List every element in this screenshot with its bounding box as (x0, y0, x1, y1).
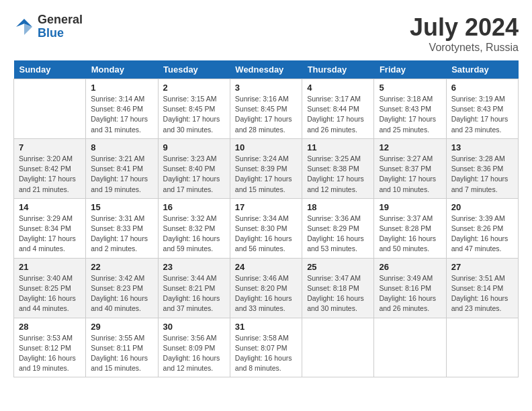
day-info: Sunrise: 3:53 AM Sunset: 8:12 PM Dayligh… (19, 333, 81, 374)
calendar-cell: 3Sunrise: 3:16 AM Sunset: 8:45 PM Daylig… (230, 79, 302, 139)
day-number: 5 (379, 83, 441, 93)
calendar-cell: 28Sunrise: 3:53 AM Sunset: 8:12 PM Dayli… (14, 318, 86, 377)
logo: General Blue (13, 13, 83, 40)
day-info: Sunrise: 3:15 AM Sunset: 8:45 PM Dayligh… (163, 94, 225, 135)
day-number: 23 (163, 262, 225, 272)
day-info: Sunrise: 3:40 AM Sunset: 8:25 PM Dayligh… (19, 273, 81, 314)
day-number: 4 (307, 83, 369, 93)
calendar-header: Sunday Monday Tuesday Wednesday Thursday… (14, 60, 519, 79)
day-number: 21 (19, 262, 81, 272)
calendar-cell (14, 79, 86, 139)
calendar-cell: 9Sunrise: 3:23 AM Sunset: 8:40 PM Daylig… (158, 138, 230, 198)
calendar-cell (302, 318, 374, 377)
day-info: Sunrise: 3:14 AM Sunset: 8:46 PM Dayligh… (91, 94, 152, 135)
day-info: Sunrise: 3:46 AM Sunset: 8:20 PM Dayligh… (235, 273, 297, 314)
title-block: July 2024 Vorotynets, Russia (410, 13, 519, 54)
day-info: Sunrise: 3:51 AM Sunset: 8:14 PM Dayligh… (451, 273, 513, 314)
day-info: Sunrise: 3:17 AM Sunset: 8:44 PM Dayligh… (307, 94, 369, 135)
calendar-cell: 13Sunrise: 3:28 AM Sunset: 8:36 PM Dayli… (446, 138, 518, 198)
calendar-cell: 18Sunrise: 3:36 AM Sunset: 8:29 PM Dayli… (302, 198, 374, 258)
calendar-cell: 15Sunrise: 3:31 AM Sunset: 8:33 PM Dayli… (86, 198, 158, 258)
day-number: 12 (379, 142, 441, 152)
day-number: 9 (163, 142, 225, 152)
month-title: July 2024 (410, 13, 519, 42)
calendar-cell: 7Sunrise: 3:20 AM Sunset: 8:42 PM Daylig… (14, 138, 86, 198)
location: Vorotynets, Russia (410, 42, 519, 54)
calendar-cell: 17Sunrise: 3:34 AM Sunset: 8:30 PM Dayli… (230, 198, 302, 258)
logo-text: General Blue (38, 13, 83, 40)
day-info: Sunrise: 3:29 AM Sunset: 8:34 PM Dayligh… (19, 214, 81, 255)
day-number: 11 (307, 142, 369, 152)
day-number: 13 (451, 142, 513, 152)
day-info: Sunrise: 3:55 AM Sunset: 8:11 PM Dayligh… (91, 333, 152, 374)
day-number: 7 (19, 142, 81, 152)
day-info: Sunrise: 3:47 AM Sunset: 8:18 PM Dayligh… (307, 273, 369, 314)
col-wednesday: Wednesday (230, 60, 302, 79)
calendar-cell: 16Sunrise: 3:32 AM Sunset: 8:32 PM Dayli… (158, 198, 230, 258)
day-info: Sunrise: 3:58 AM Sunset: 8:07 PM Dayligh… (235, 333, 297, 374)
day-number: 22 (91, 262, 152, 272)
day-info: Sunrise: 3:39 AM Sunset: 8:26 PM Dayligh… (451, 214, 513, 255)
calendar-cell: 31Sunrise: 3:58 AM Sunset: 8:07 PM Dayli… (230, 318, 302, 377)
day-number: 1 (91, 83, 152, 93)
calendar-cell: 5Sunrise: 3:18 AM Sunset: 8:43 PM Daylig… (374, 79, 446, 139)
day-info: Sunrise: 3:18 AM Sunset: 8:43 PM Dayligh… (379, 94, 441, 135)
calendar-cell: 24Sunrise: 3:46 AM Sunset: 8:20 PM Dayli… (230, 258, 302, 318)
day-number: 17 (235, 202, 297, 212)
day-info: Sunrise: 3:49 AM Sunset: 8:16 PM Dayligh… (379, 273, 441, 314)
col-sunday: Sunday (14, 60, 86, 79)
calendar-cell: 30Sunrise: 3:56 AM Sunset: 8:09 PM Dayli… (158, 318, 230, 377)
calendar-week-3: 14Sunrise: 3:29 AM Sunset: 8:34 PM Dayli… (14, 198, 519, 258)
day-number: 18 (307, 202, 369, 212)
calendar-cell: 26Sunrise: 3:49 AM Sunset: 8:16 PM Dayli… (374, 258, 446, 318)
day-number: 20 (451, 202, 513, 212)
page-header: General Blue July 2024 Vorotynets, Russi… (13, 13, 519, 54)
day-info: Sunrise: 3:20 AM Sunset: 8:42 PM Dayligh… (19, 154, 81, 195)
day-info: Sunrise: 3:37 AM Sunset: 8:28 PM Dayligh… (379, 214, 441, 255)
calendar-cell: 25Sunrise: 3:47 AM Sunset: 8:18 PM Dayli… (302, 258, 374, 318)
calendar-cell: 8Sunrise: 3:21 AM Sunset: 8:41 PM Daylig… (86, 138, 158, 198)
day-number: 29 (91, 322, 152, 332)
calendar-cell: 6Sunrise: 3:19 AM Sunset: 8:43 PM Daylig… (446, 79, 518, 139)
day-number: 14 (19, 202, 81, 212)
day-number: 28 (19, 322, 81, 332)
day-number: 19 (379, 202, 441, 212)
day-number: 30 (163, 322, 225, 332)
day-info: Sunrise: 3:42 AM Sunset: 8:23 PM Dayligh… (91, 273, 152, 314)
day-number: 31 (235, 322, 297, 332)
day-number: 24 (235, 262, 297, 272)
day-number: 10 (235, 142, 297, 152)
calendar-cell: 27Sunrise: 3:51 AM Sunset: 8:14 PM Dayli… (446, 258, 518, 318)
calendar-body: 1Sunrise: 3:14 AM Sunset: 8:46 PM Daylig… (14, 79, 519, 377)
day-info: Sunrise: 3:24 AM Sunset: 8:39 PM Dayligh… (235, 154, 297, 195)
col-tuesday: Tuesday (158, 60, 230, 79)
col-monday: Monday (86, 60, 158, 79)
calendar-cell: 1Sunrise: 3:14 AM Sunset: 8:46 PM Daylig… (86, 79, 158, 139)
svg-marker-1 (24, 24, 32, 35)
calendar-cell (374, 318, 446, 377)
calendar-week-1: 1Sunrise: 3:14 AM Sunset: 8:46 PM Daylig… (14, 79, 519, 139)
col-friday: Friday (374, 60, 446, 79)
day-info: Sunrise: 3:25 AM Sunset: 8:38 PM Dayligh… (307, 154, 369, 195)
calendar-cell: 11Sunrise: 3:25 AM Sunset: 8:38 PM Dayli… (302, 138, 374, 198)
day-number: 3 (235, 83, 297, 93)
day-info: Sunrise: 3:16 AM Sunset: 8:45 PM Dayligh… (235, 94, 297, 135)
day-number: 26 (379, 262, 441, 272)
calendar-cell: 10Sunrise: 3:24 AM Sunset: 8:39 PM Dayli… (230, 138, 302, 198)
day-info: Sunrise: 3:31 AM Sunset: 8:33 PM Dayligh… (91, 214, 152, 255)
day-info: Sunrise: 3:28 AM Sunset: 8:36 PM Dayligh… (451, 154, 513, 195)
calendar-week-5: 28Sunrise: 3:53 AM Sunset: 8:12 PM Dayli… (14, 318, 519, 377)
calendar-cell: 21Sunrise: 3:40 AM Sunset: 8:25 PM Dayli… (14, 258, 86, 318)
day-info: Sunrise: 3:27 AM Sunset: 8:37 PM Dayligh… (379, 154, 441, 195)
calendar-cell (446, 318, 518, 377)
calendar-cell: 22Sunrise: 3:42 AM Sunset: 8:23 PM Dayli… (86, 258, 158, 318)
calendar-week-4: 21Sunrise: 3:40 AM Sunset: 8:25 PM Dayli… (14, 258, 519, 318)
day-info: Sunrise: 3:21 AM Sunset: 8:41 PM Dayligh… (91, 154, 152, 195)
day-number: 8 (91, 142, 152, 152)
logo-blue: Blue (38, 27, 83, 40)
col-saturday: Saturday (446, 60, 518, 79)
day-info: Sunrise: 3:44 AM Sunset: 8:21 PM Dayligh… (163, 273, 225, 314)
day-number: 25 (307, 262, 369, 272)
calendar-cell: 2Sunrise: 3:15 AM Sunset: 8:45 PM Daylig… (158, 79, 230, 139)
day-number: 15 (91, 202, 152, 212)
